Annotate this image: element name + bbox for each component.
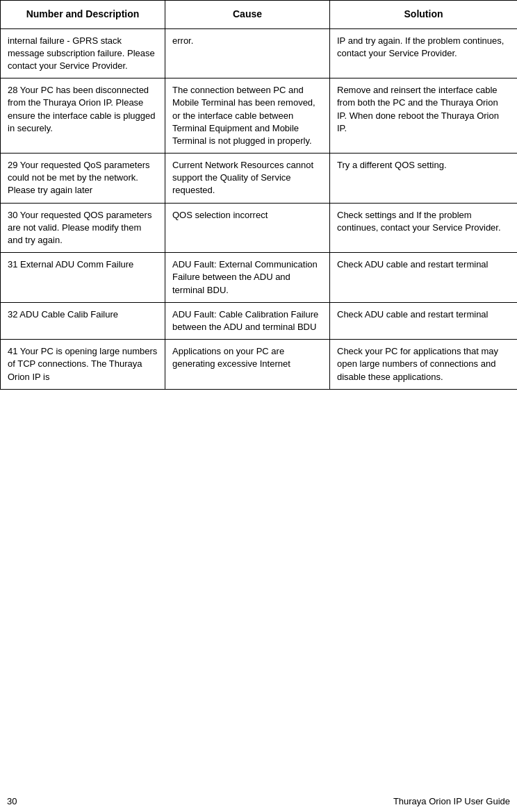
row1-cause: The connection between PC and Mobile Ter…: [165, 78, 330, 154]
footer-title: Thuraya Orion IP User Guide: [393, 796, 510, 806]
row6-solution: Check your PC for applications that may …: [330, 340, 518, 390]
row1-solution: Remove and reinsert the interface cable …: [330, 78, 518, 154]
table-row: 41 Your PC is opening large numbers of T…: [1, 340, 518, 390]
row6-cause: Applications on your PC are generating e…: [165, 340, 330, 390]
row5-solution: Check ADU cable and restart terminal: [330, 302, 518, 339]
header-col1: Number and Description: [1, 1, 165, 29]
page-footer: 30 Thuraya Orion IP User Guide: [0, 788, 517, 812]
table-row: internal failure - GPRS stack message su…: [1, 28, 518, 78]
row1-desc: 28 Your PC has been disconnected from th…: [1, 78, 165, 154]
row4-desc: 31 External ADU Comm Failure: [1, 253, 165, 303]
page-wrapper: Number and Description Cause Solution in…: [0, 0, 517, 812]
table-row: 30 Your requested QOS parameters are not…: [1, 203, 518, 253]
row4-solution: Check ADU cable and restart terminal: [330, 253, 518, 303]
row4-cause: ADU Fault: External Communication Failur…: [165, 253, 330, 303]
row3-solution: Check settings and If the problem contin…: [330, 203, 518, 253]
row6-desc: 41 Your PC is opening large numbers of T…: [1, 340, 165, 390]
page-number: 30: [7, 796, 17, 806]
row3-desc: 30 Your requested QOS parameters are not…: [1, 203, 165, 253]
row5-desc: 32 ADU Cable Calib Failure: [1, 302, 165, 339]
table-row: 29 Your requested QoS parameters could n…: [1, 154, 518, 204]
header-col3: Solution: [330, 1, 518, 29]
row2-cause: Current Network Resources cannot support…: [165, 154, 330, 204]
table-row: 31 External ADU Comm Failure ADU Fault: …: [1, 253, 518, 303]
row3-cause: QOS selection incorrect: [165, 203, 330, 253]
row0-cause: error.: [165, 28, 330, 78]
row2-desc: 29 Your requested QoS parameters could n…: [1, 154, 165, 204]
row2-solution: Try a different QOS setting.: [330, 154, 518, 204]
table-row: 28 Your PC has been disconnected from th…: [1, 78, 518, 154]
row0-desc: internal failure - GPRS stack message su…: [1, 28, 165, 78]
table-row: 32 ADU Cable Calib Failure ADU Fault: Ca…: [1, 302, 518, 339]
main-table: Number and Description Cause Solution in…: [0, 0, 517, 390]
row0-solution: IP and try again. If the problem continu…: [330, 28, 518, 78]
header-col2: Cause: [165, 1, 330, 29]
row5-cause: ADU Fault: Cable Calibration Failure bet…: [165, 302, 330, 339]
